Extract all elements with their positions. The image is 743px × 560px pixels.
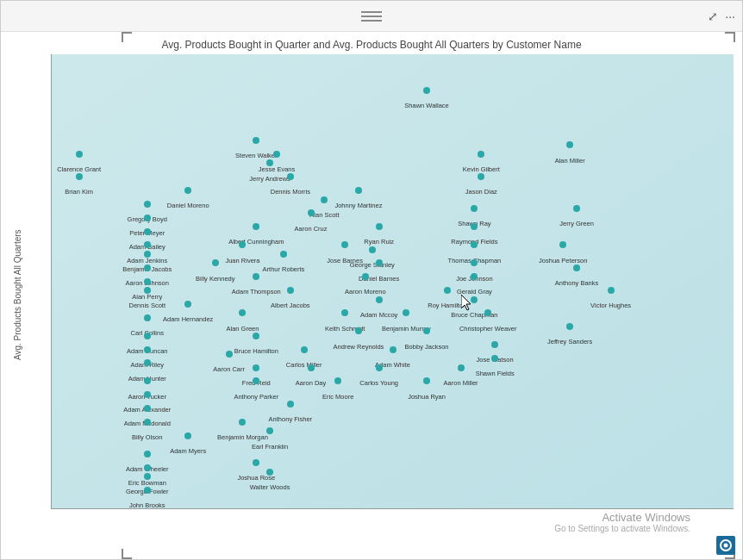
data-dot (144, 464, 151, 471)
data-dot (573, 205, 580, 212)
data-dot (253, 459, 259, 466)
data-dot (184, 301, 191, 308)
data-dot (390, 346, 396, 353)
activate-line2: Go to Settings to activate Windows. (554, 524, 690, 533)
data-dot (566, 141, 573, 148)
more-button[interactable]: ··· (725, 9, 735, 23)
data-dot (376, 296, 383, 303)
chart-title: Avg. Products Bought in Quarter and Avg.… (1, 32, 742, 54)
data-dot (144, 473, 151, 480)
drag-handle[interactable] (361, 11, 382, 22)
data-dot (266, 159, 273, 166)
watermark (716, 536, 735, 555)
data-dot (144, 405, 151, 412)
data-dot (144, 228, 151, 235)
data-dot (184, 187, 191, 194)
x-tick-2: 4 (425, 508, 429, 509)
data-dot (212, 259, 219, 266)
data-dot (144, 419, 151, 426)
data-dot (144, 346, 151, 353)
y-tick-2: 1.5 (51, 404, 52, 413)
plot-container: 1.0 1.5 2.0 2.5 3.0 2 4 6 Avg. Products … (51, 54, 734, 509)
data-dot (608, 287, 615, 294)
y-tick-3: 2.0 (51, 304, 52, 313)
data-dot (144, 314, 151, 321)
data-dot (144, 287, 151, 294)
data-dot (239, 241, 246, 248)
data-dot (444, 287, 451, 294)
data-dot (362, 273, 369, 280)
data-dot (253, 273, 259, 280)
expand-button[interactable]: ⤢ (708, 9, 718, 23)
data-dot (355, 187, 362, 194)
data-dot (76, 173, 83, 180)
x-tick-1: 2 (200, 508, 204, 509)
data-dot (341, 241, 348, 248)
data-dot (471, 223, 478, 230)
data-dot (484, 309, 491, 316)
data-dot (478, 173, 484, 180)
corner-tr (725, 32, 735, 42)
data-dot (287, 287, 294, 294)
data-dot (253, 377, 259, 384)
data-dot (355, 327, 362, 334)
data-dot (376, 259, 383, 266)
data-dot (458, 364, 465, 371)
data-dot (144, 333, 151, 339)
y-tick-4: 2.5 (51, 204, 52, 213)
data-dot (266, 469, 273, 476)
data-dot (253, 364, 259, 371)
data-dot (403, 309, 409, 316)
data-dot (144, 487, 151, 494)
data-dot (253, 333, 259, 339)
data-dot (287, 173, 294, 180)
data-dot (321, 196, 328, 203)
y-tick-5: 3.0 (51, 104, 52, 113)
activate-line1: Activate Windows (554, 511, 690, 524)
data-dot (491, 355, 498, 362)
data-dot (287, 401, 294, 408)
chart-area: Avg. Products Bought All Quarters 1.0 1.… (1, 54, 742, 535)
data-dot (144, 391, 151, 398)
corner-tl (122, 32, 132, 42)
x-tick-3: 6 (650, 508, 654, 509)
data-dot (76, 151, 83, 158)
data-dot (376, 223, 383, 230)
data-dot (144, 241, 151, 248)
data-dot (341, 309, 348, 316)
data-dot (308, 209, 315, 216)
activate-windows: Activate Windows Go to Settings to activ… (554, 511, 690, 533)
data-dot (253, 137, 259, 144)
y-axis-label: Avg. Products Bought All Quarters (9, 54, 25, 535)
data-dot (308, 364, 315, 371)
data-dot (280, 251, 287, 258)
data-dot (423, 87, 430, 94)
data-dot (144, 359, 151, 366)
data-dot (301, 346, 308, 353)
data-dot (144, 451, 151, 457)
data-dot (144, 278, 151, 285)
data-dot (559, 241, 566, 248)
data-dot (266, 427, 273, 434)
data-dot (226, 351, 233, 358)
data-dot (184, 432, 191, 439)
main-window: ⤢ ··· Avg. Products Bought in Quarter an… (0, 0, 743, 560)
data-dot (144, 251, 151, 258)
data-dot (491, 341, 498, 348)
data-dot (144, 377, 151, 384)
title-bar: ⤢ ··· (1, 1, 742, 32)
title-bar-icons: ⤢ ··· (708, 9, 735, 23)
data-dot (423, 377, 430, 384)
data-dot (273, 151, 280, 158)
data-dot (144, 215, 151, 221)
corner-bl (122, 549, 132, 559)
y-tick-1: 1.0 (51, 504, 52, 509)
data-dot (334, 377, 341, 384)
data-dot (423, 327, 430, 334)
data-dot (573, 264, 580, 271)
data-dot (144, 201, 151, 208)
mouse-cursor (461, 295, 475, 308)
data-dot (253, 223, 259, 230)
data-dot (471, 259, 478, 266)
data-dot (566, 323, 573, 330)
